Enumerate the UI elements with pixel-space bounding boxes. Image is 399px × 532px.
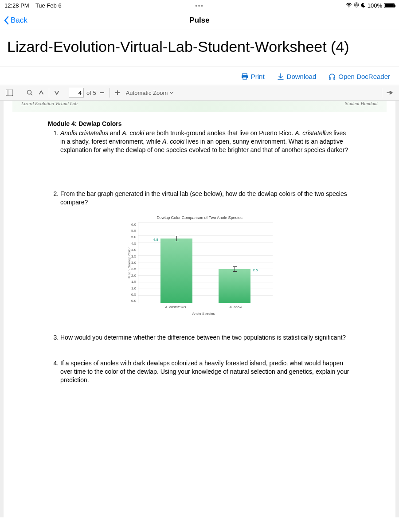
back-button[interactable]: Back bbox=[0, 16, 27, 25]
next-page-button[interactable] bbox=[51, 87, 63, 98]
chart-plot-area: 4.82.5 bbox=[138, 223, 273, 303]
print-button[interactable]: Print bbox=[241, 73, 265, 80]
page-number-input[interactable] bbox=[69, 88, 84, 98]
nav-title: Pulse bbox=[0, 16, 399, 25]
svg-point-7 bbox=[27, 90, 31, 94]
chart-bar: 2.5 bbox=[219, 269, 250, 302]
prev-page-button[interactable] bbox=[35, 87, 47, 98]
document-header: Lizard-Evolution-Virtual-Lab-Student-Wor… bbox=[0, 30, 399, 66]
chevron-left-icon bbox=[4, 16, 9, 25]
status-bar: 12:28 PM Tue Feb 6 ••• 100% bbox=[0, 0, 399, 11]
moon-icon bbox=[361, 2, 366, 9]
zoom-in-button[interactable] bbox=[112, 87, 123, 98]
svg-rect-2 bbox=[243, 74, 247, 75]
bar-chart: Dewlap Color Comparison of Two Anole Spe… bbox=[126, 215, 273, 316]
chart-xlabel: Anole Species bbox=[134, 312, 273, 316]
pdf-toolbar: of 5 Automatic Zoom bbox=[0, 85, 399, 101]
svg-rect-5 bbox=[6, 90, 13, 96]
print-label: Print bbox=[251, 73, 265, 80]
questions-list: Anolis cristatellus and A. cooki are bot… bbox=[48, 129, 351, 206]
zoom-out-button[interactable] bbox=[96, 87, 108, 98]
orientation-lock-icon bbox=[354, 2, 359, 9]
svg-line-8 bbox=[31, 94, 32, 95]
zoom-select-label: Automatic Zoom bbox=[126, 90, 168, 96]
chart-ylabel: Mean Dewlap Color bbox=[126, 223, 131, 303]
battery-percent: 100% bbox=[368, 2, 382, 9]
svg-point-0 bbox=[348, 6, 349, 7]
module-heading: Module 4: Dewlap Colors bbox=[48, 120, 351, 127]
banner-left: Lizard Evolution Virtual Lab bbox=[21, 101, 78, 106]
download-button[interactable]: Download bbox=[277, 73, 317, 80]
nav-bar: Back Pulse bbox=[0, 11, 399, 30]
tools-button[interactable] bbox=[384, 87, 395, 98]
questions-list-cont: How would you determine whether the diff… bbox=[48, 333, 351, 385]
zoom-select[interactable]: Automatic Zoom bbox=[123, 90, 177, 96]
question-2: From the bar graph generated in the virt… bbox=[60, 190, 351, 207]
battery-icon bbox=[384, 3, 395, 8]
download-icon bbox=[277, 73, 284, 80]
banner-right: Student Handout bbox=[345, 101, 378, 106]
chart-bar: 4.8 bbox=[160, 239, 192, 303]
open-docreader-button[interactable]: Open DocReader bbox=[329, 73, 390, 80]
status-ellipsis-icon: ••• bbox=[195, 2, 204, 9]
sidebar-toggle-button[interactable] bbox=[4, 87, 15, 98]
back-label: Back bbox=[11, 16, 27, 25]
question-3: How would you determine whether the diff… bbox=[60, 333, 351, 342]
question-1: Anolis cristatellus and A. cooki are bot… bbox=[60, 129, 351, 154]
docreader-label: Open DocReader bbox=[338, 73, 390, 80]
wifi-icon bbox=[346, 2, 352, 9]
status-time-date: 12:28 PM Tue Feb 6 bbox=[4, 2, 195, 9]
status-date: Tue Feb 6 bbox=[35, 2, 62, 9]
headphones-icon bbox=[329, 73, 336, 80]
question-4: If a species of anoles with dark dewlaps… bbox=[60, 359, 351, 384]
svg-rect-4 bbox=[243, 77, 246, 79]
chevron-down-icon bbox=[169, 91, 174, 94]
status-time: 12:28 PM bbox=[4, 2, 29, 9]
actions-row: Print Download Open DocReader bbox=[0, 66, 399, 85]
print-icon bbox=[241, 73, 248, 80]
pdf-viewport[interactable]: Lizard Evolution Virtual Lab Student Han… bbox=[0, 101, 399, 517]
download-label: Download bbox=[287, 73, 317, 80]
page-banner: Lizard Evolution Virtual Lab Student Han… bbox=[12, 101, 387, 112]
page-total-label: of 5 bbox=[86, 90, 96, 96]
chart-category-labels: A. cristatellusA. cooki bbox=[134, 303, 273, 309]
chart-yticks: 6.05.55.04.54.03.53.02.52.01.51.00.50.0 bbox=[131, 223, 138, 303]
chart-title: Dewlap Color Comparison of Two Anole Spe… bbox=[126, 215, 273, 220]
document-title: Lizard-Evolution-Virtual-Lab-Student-Wor… bbox=[7, 38, 392, 55]
pdf-page-content: Lizard Evolution Virtual Lab Student Han… bbox=[4, 101, 395, 517]
find-button[interactable] bbox=[24, 87, 35, 98]
